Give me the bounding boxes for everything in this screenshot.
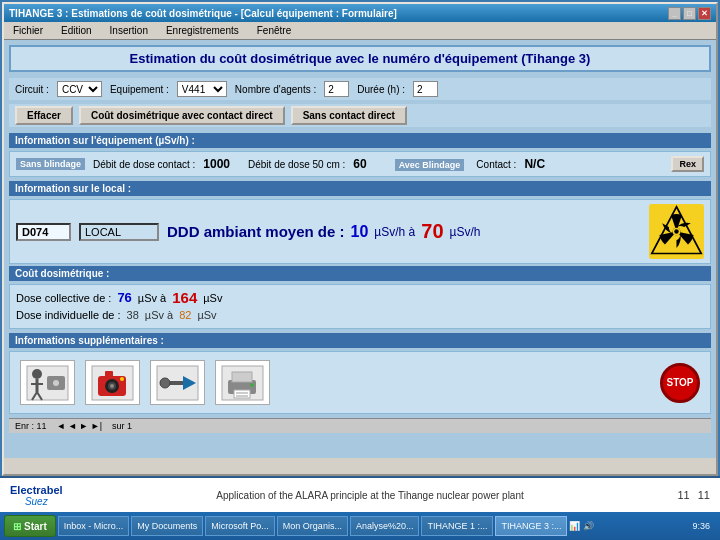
agents-input[interactable] bbox=[324, 81, 349, 97]
maximize-btn[interactable]: □ bbox=[683, 7, 696, 20]
rex-button[interactable]: Rex bbox=[671, 156, 704, 172]
cout-section-header: Coût dosimétrique : bbox=[9, 266, 711, 281]
circuit-select[interactable]: CCV bbox=[57, 81, 102, 97]
dose-individuelle-unit2: µSv bbox=[197, 309, 216, 321]
svg-point-17 bbox=[110, 384, 114, 388]
status-nav: ◄ ◄ ► ►| bbox=[57, 421, 102, 431]
svg-rect-29 bbox=[236, 395, 248, 397]
icon-camera[interactable] bbox=[85, 360, 140, 405]
sans-contact-button[interactable]: Sans contact direct bbox=[291, 106, 407, 125]
debit-50cm-label: Débit de dose 50 cm : bbox=[248, 159, 345, 170]
svg-point-6 bbox=[32, 369, 42, 379]
minimize-btn[interactable]: _ bbox=[668, 7, 681, 20]
radiation-symbol bbox=[649, 204, 704, 259]
dose-collective-value2: 164 bbox=[172, 289, 197, 306]
effacer-button[interactable]: Effacer bbox=[15, 106, 73, 125]
footer-page2: 11 bbox=[698, 489, 710, 501]
svg-rect-28 bbox=[236, 392, 248, 394]
svg-point-30 bbox=[250, 383, 254, 387]
close-btn[interactable]: ✕ bbox=[698, 7, 711, 20]
status-enr: Enr : 11 bbox=[15, 421, 47, 431]
taskbar-analyse[interactable]: Analyse%20... bbox=[350, 516, 420, 536]
debit-contact-label: Débit de dose contact : bbox=[93, 159, 195, 170]
page-title: Estimation du coût dosimétrique avec le … bbox=[9, 45, 711, 72]
status-sur: sur 1 bbox=[112, 421, 132, 431]
footer-text: Application of the ALARA principle at th… bbox=[71, 490, 670, 501]
taskbar-time: 9:36 bbox=[686, 521, 716, 531]
dose-individuelle-unit1: µSv à bbox=[145, 309, 173, 321]
buttons-row: Effacer Coût dosimétrique avec contact d… bbox=[9, 104, 711, 127]
icon-arrow-pipe[interactable] bbox=[150, 360, 205, 405]
dose-collective-value1: 76 bbox=[117, 290, 131, 305]
taskbar: ⊞ Start Inbox - Micro... My Documents Mi… bbox=[0, 512, 720, 540]
dose-individuelle-label: Dose individuelle de : bbox=[16, 309, 121, 321]
ddd-label: DDD ambiant moyen de : bbox=[167, 223, 345, 240]
dose-individuelle-row: Dose individuelle de : 38 µSv à 82 µSv bbox=[16, 309, 704, 321]
dose-collective-unit2: µSv bbox=[203, 292, 222, 304]
cout-section-content: Dose collective de : 76 µSv à 164 µSv Do… bbox=[9, 284, 711, 329]
equipment-section-content: Sans blindage Débit de dose contact : 10… bbox=[9, 151, 711, 177]
menu-fenetre[interactable]: Fenêtre bbox=[253, 24, 295, 37]
svg-rect-26 bbox=[232, 372, 252, 382]
info-icons-row: STOP bbox=[16, 356, 704, 409]
taskbar-tihange3[interactable]: TIHANGE 3 :... bbox=[495, 516, 567, 536]
info-sup-content: STOP bbox=[9, 351, 711, 414]
debit-50cm-value: 60 bbox=[353, 157, 366, 171]
duree-input[interactable] bbox=[413, 81, 438, 97]
title-bar: TIHANGE 3 : Estimations de coût dosimétr… bbox=[4, 4, 716, 22]
window-title: TIHANGE 3 : Estimations de coût dosimétr… bbox=[9, 8, 397, 19]
taskbar-mspo[interactable]: Microsoft Po... bbox=[205, 516, 275, 536]
equipment-label: Equipement : bbox=[110, 84, 169, 95]
ddd-value2: 70 bbox=[421, 220, 443, 243]
taskbar-tihange1[interactable]: TIHANGE 1 :... bbox=[421, 516, 493, 536]
dose-individuelle-value1: 38 bbox=[127, 309, 139, 321]
menu-bar: Fichier Edition Insertion Enregistrement… bbox=[4, 22, 716, 40]
equipment-section-header: Information sur l'équipement (µSv/h) : bbox=[9, 133, 711, 148]
local-section-header: Information sur le local : bbox=[9, 181, 711, 196]
form-row: Circuit : CCV Equipement : V441 Nombre d… bbox=[9, 78, 711, 100]
footer-page: 11 bbox=[678, 489, 690, 501]
svg-point-19 bbox=[120, 377, 124, 381]
start-button[interactable]: ⊞ Start bbox=[4, 515, 56, 537]
ddd-value1: 10 bbox=[351, 223, 369, 241]
equipment-select[interactable]: V441 bbox=[177, 81, 227, 97]
icon-person-tools[interactable] bbox=[20, 360, 75, 405]
svg-point-12 bbox=[53, 380, 59, 386]
avec-blindage-label: Avec Blindage bbox=[395, 159, 465, 171]
taskbar-mydocs[interactable]: My Documents bbox=[131, 516, 203, 536]
taskbar-system-icons: 📊 🔊 bbox=[569, 521, 594, 531]
svg-point-3 bbox=[674, 229, 678, 233]
dose-collective-unit1: µSv à bbox=[138, 292, 166, 304]
sans-blindage-label: Sans blindage bbox=[16, 158, 85, 170]
stop-button[interactable]: STOP bbox=[660, 363, 700, 403]
footer-logo: Electrabel Suez bbox=[10, 484, 63, 507]
dose-collective-label: Dose collective de : bbox=[16, 292, 111, 304]
dose-collective-row: Dose collective de : 76 µSv à 164 µSv bbox=[16, 289, 704, 306]
circuit-label: Circuit : bbox=[15, 84, 49, 95]
debit-contact-value: 1000 bbox=[203, 157, 230, 171]
ddd-unit2: µSv/h bbox=[450, 225, 481, 239]
agents-label: Nombre d'agents : bbox=[235, 84, 316, 95]
contact-value: N/C bbox=[524, 157, 545, 171]
svg-point-22 bbox=[160, 378, 170, 388]
svg-rect-18 bbox=[105, 371, 113, 377]
menu-enregistrements[interactable]: Enregistrements bbox=[162, 24, 243, 37]
ddd-unit1: µSv/h à bbox=[374, 225, 415, 239]
footer-bar: Electrabel Suez Application of the ALARA… bbox=[0, 476, 720, 512]
cout-direct-button[interactable]: Coût dosimétrique avec contact direct bbox=[79, 106, 285, 125]
info-sup-header: Informations supplémentaires : bbox=[9, 333, 711, 348]
contact-label: Contact : bbox=[476, 159, 516, 170]
taskbar-inbox[interactable]: Inbox - Micro... bbox=[58, 516, 130, 536]
local-code-input[interactable] bbox=[16, 223, 71, 241]
dose-individuelle-value2: 82 bbox=[179, 309, 191, 321]
menu-fichier[interactable]: Fichier bbox=[9, 24, 47, 37]
local-name-input[interactable] bbox=[79, 223, 159, 241]
menu-edition[interactable]: Edition bbox=[57, 24, 96, 37]
duree-label: Durée (h) : bbox=[357, 84, 405, 95]
menu-insertion[interactable]: Insertion bbox=[106, 24, 152, 37]
icon-printer[interactable] bbox=[215, 360, 270, 405]
taskbar-organis[interactable]: Mon Organis... bbox=[277, 516, 348, 536]
